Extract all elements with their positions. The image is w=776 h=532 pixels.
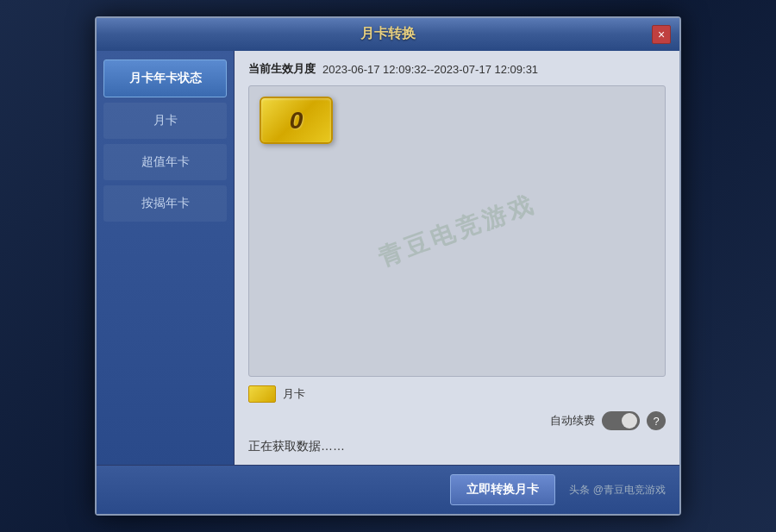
- sidebar-item-installment[interactable]: 按揭年卡: [103, 185, 227, 222]
- close-button[interactable]: ×: [652, 25, 671, 44]
- sidebar: 月卡年卡状态 月卡 超值年卡 按揭年卡: [97, 51, 235, 465]
- toggle-knob: [622, 413, 637, 429]
- validity-label: 当前生效月度: [248, 61, 316, 77]
- footer-watermark: 头条 @青豆电竞游戏: [569, 483, 666, 498]
- auto-renew-row: 自动续费 ?: [248, 411, 666, 430]
- convert-button[interactable]: 立即转换月卡: [450, 474, 555, 505]
- watermark: 青豆电竞游戏: [373, 187, 540, 274]
- dialog-title: 月卡转换: [360, 25, 416, 43]
- validity-row: 当前生效月度 2023-06-17 12:09:32--2023-07-17 1…: [248, 61, 666, 77]
- validity-date: 2023-06-17 12:09:32--2023-07-17 12:09:31: [322, 63, 538, 76]
- legend-color-monthly: [248, 385, 276, 403]
- dialog-footer: 立即转换月卡 头条 @青豆电竞游戏: [97, 465, 679, 514]
- loading-text: 正在获取数据……: [248, 439, 666, 454]
- auto-renew-toggle[interactable]: [602, 411, 640, 430]
- sidebar-item-monthly[interactable]: 月卡: [103, 103, 227, 139]
- legend-label-monthly: 月卡: [283, 386, 305, 402]
- dialog-titlebar: 月卡转换 ×: [97, 18, 679, 51]
- help-button[interactable]: ?: [647, 411, 666, 430]
- sidebar-item-status[interactable]: 月卡年卡状态: [103, 59, 227, 97]
- sidebar-item-annual[interactable]: 超值年卡: [103, 144, 227, 180]
- card-item-monthly[interactable]: 0: [260, 97, 333, 144]
- main-dialog: 月卡转换 × 月卡年卡状态 月卡 超值年卡 按揭年卡 当前生效月度 2023-0: [95, 16, 681, 516]
- card-area: 青豆电竞游戏 0: [248, 85, 666, 377]
- main-content: 当前生效月度 2023-06-17 12:09:32--2023-07-17 1…: [235, 51, 679, 465]
- legend-row: 月卡: [248, 385, 666, 403]
- dialog-body: 月卡年卡状态 月卡 超值年卡 按揭年卡 当前生效月度 2023-06-17 12…: [97, 51, 679, 465]
- auto-renew-label: 自动续费: [550, 413, 595, 429]
